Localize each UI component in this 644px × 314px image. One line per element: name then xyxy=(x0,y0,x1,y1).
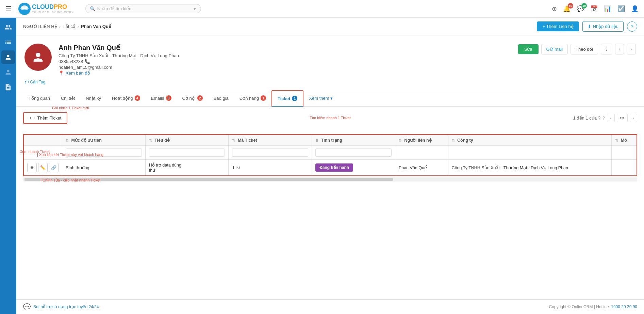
filter-status[interactable] xyxy=(312,146,395,160)
sidebar-item-deals[interactable] xyxy=(1,35,15,49)
messenger-text: Bot hỗ trợ sử dụng trực tuyến 24/24 xyxy=(33,304,99,309)
next-page-button[interactable]: › xyxy=(630,114,637,122)
pagination-text: 1 đến 1 của ? xyxy=(573,115,600,121)
filter-status-input[interactable] xyxy=(315,148,392,157)
tab-emails[interactable]: Emails 8 xyxy=(146,91,177,106)
row-actions: 👁 ✏️ 🔗 xyxy=(27,163,59,172)
plus-icon: + xyxy=(29,115,32,121)
search-placeholder: Nhập để tìm kiếm xyxy=(97,6,133,11)
row-status: Đang tiến hành xyxy=(312,160,395,176)
order-badge: 1 xyxy=(261,95,266,101)
map-pin-icon: 📍 xyxy=(59,70,64,76)
breadcrumb-mid[interactable]: Tất cả xyxy=(63,24,76,29)
next-contact-button[interactable]: › xyxy=(627,44,636,54)
ticket-pagination: 1 đến 1 của ? ? ‹ ••• › xyxy=(573,114,637,122)
tab-activity[interactable]: Hoạt động 4 xyxy=(106,91,146,106)
edit-ticket-button[interactable]: ✏️ xyxy=(38,163,48,172)
tab-journal[interactable]: Nhật ký xyxy=(80,91,106,106)
add-button[interactable]: ⊕ xyxy=(552,5,557,13)
tab-order[interactable]: Đơn hàng 1 xyxy=(234,91,271,106)
col-header-contact: ⇅ Người liên hệ xyxy=(395,135,448,146)
tab-details[interactable]: Chi tiết xyxy=(55,91,80,106)
follow-button[interactable]: Theo dõi xyxy=(571,44,598,54)
svg-point-3 xyxy=(24,7,29,10)
search-dropdown-icon: ▼ xyxy=(193,7,197,11)
tab-ticket[interactable]: Ticket 1 xyxy=(271,90,303,107)
ticket-badge: 1 xyxy=(292,96,297,101)
sort-priority-icon: ⇅ xyxy=(66,138,69,142)
hotline-link[interactable]: 1900 29 29 90 xyxy=(611,304,637,309)
prev-page-button[interactable]: ‹ xyxy=(607,114,614,122)
col-header-company: ⇅ Công ty xyxy=(448,135,612,146)
col-header-status: ⇅ Tình trạng xyxy=(312,135,395,146)
row-title: Hỗ trợ data dùngthử xyxy=(145,160,229,176)
sub-header-actions: + Thêm Liên hệ ⬇ Nhập dữ liệu ? xyxy=(537,21,637,32)
sidebar-item-contacts[interactable] xyxy=(1,20,15,34)
tabs-bar: Tổng quan Chi tiết Nhật ký Hoạt động 4 E… xyxy=(16,90,644,107)
analytics-button[interactable]: 📊 xyxy=(604,5,611,13)
sort-company-icon: ⇅ xyxy=(452,138,455,142)
breadcrumb-root[interactable]: NGƯỜI LIÊN HỆ xyxy=(23,24,57,29)
notifications-button[interactable]: 🔔 50 xyxy=(563,5,571,13)
import-data-button[interactable]: ⬇ Nhập dữ liệu xyxy=(582,21,624,32)
col-header-mo: ⇅ Mô xyxy=(612,135,637,146)
sidebar-item-users[interactable] xyxy=(1,65,15,79)
row-mo xyxy=(612,160,637,176)
logo: CLOUD PRO YOUR CRM. BY INDUSTRY. xyxy=(18,3,75,15)
col-header-title: ⇅ Tiêu đề xyxy=(145,135,229,146)
messenger-section[interactable]: 💬 Bot hỗ trợ sử dụng trực tuyến 24/24 xyxy=(23,303,99,311)
row-contact: Phan Văn Quế xyxy=(395,160,448,176)
deals-icon xyxy=(4,38,12,46)
copyright-section: Copyright © OnlineCRM | Hotline: 1900 29… xyxy=(549,304,637,309)
view-ticket-button[interactable]: 👁 xyxy=(27,163,37,172)
phone-text: 0385543238 xyxy=(59,59,83,64)
ticket-toolbar-left: + + Thêm Ticket xyxy=(23,112,67,124)
filter-title[interactable] xyxy=(145,146,229,160)
row-code: TT6 xyxy=(229,160,312,176)
documents-icon xyxy=(4,83,12,91)
breadcrumb: NGƯỜI LIÊN HỆ › Tất cả › Phan Văn Quế xyxy=(23,24,111,29)
avatar xyxy=(24,44,52,71)
tag-link[interactable]: 🏷 Gán Tag xyxy=(24,80,636,84)
add-contact-button[interactable]: + Thêm Liên hệ xyxy=(537,21,579,31)
profile-name: Anh Phan Văn Quế xyxy=(59,44,511,52)
search-bar[interactable]: 🔍 Nhập để tìm kiếm ▼ xyxy=(85,4,201,13)
hamburger-menu[interactable]: ☰ xyxy=(5,5,12,13)
filter-code-input[interactable] xyxy=(232,148,308,157)
filter-title-input[interactable] xyxy=(149,148,225,157)
tab-see-more[interactable]: Xem thêm ▾ xyxy=(303,91,338,106)
more-options-button[interactable]: ⋮ xyxy=(601,44,612,54)
edit-button[interactable]: Sửa xyxy=(518,44,539,54)
opportunity-badge: 2 xyxy=(197,95,203,101)
calendar-button[interactable]: 📅 xyxy=(590,5,598,13)
profile-map[interactable]: 📍 Xem bản đồ xyxy=(59,70,511,76)
logo-cloud: CLOUD xyxy=(32,4,54,11)
filter-code[interactable] xyxy=(229,146,312,160)
row-actions-cell: Xoá liên kết Ticket này với khách hàng C… xyxy=(23,160,62,176)
tasks-button[interactable]: ☑️ xyxy=(617,5,625,13)
content-area: NGƯỜI LIÊN HỆ › Tất cả › Phan Văn Quế + … xyxy=(16,18,644,314)
svg-point-2 xyxy=(20,7,24,10)
profile-button[interactable]: 👤 xyxy=(631,5,639,13)
logo-pro: PRO xyxy=(54,4,67,11)
tab-quote[interactable]: Báo giá xyxy=(208,91,234,106)
page-options-button[interactable]: ••• xyxy=(617,114,628,122)
add-ticket-button[interactable]: + + Thêm Ticket xyxy=(23,112,67,124)
send-email-button[interactable]: Gửi mail xyxy=(541,44,568,54)
tab-overview[interactable]: Tổng quan xyxy=(23,91,55,106)
tab-opportunity[interactable]: Cơ hội 2 xyxy=(177,91,208,106)
prev-contact-button[interactable]: ‹ xyxy=(615,44,624,54)
sidebar xyxy=(0,18,16,314)
users-icon xyxy=(4,68,12,76)
pagination-help: ? xyxy=(602,115,605,121)
sidebar-item-documents[interactable] xyxy=(1,80,15,94)
ticket-table: ⇅ Mức độ ưu tiên ⇅ Tiêu đề ⇅ Mã Ticket xyxy=(23,134,637,176)
contacts-icon xyxy=(4,23,12,31)
horizontal-scrollbar[interactable] xyxy=(23,177,637,182)
messenger-icon: 💬 xyxy=(23,303,31,311)
unlink-ticket-button[interactable]: 🔗 xyxy=(49,163,59,172)
help-button[interactable]: ? xyxy=(627,21,637,32)
chat-button[interactable]: 💬 10 xyxy=(577,5,584,13)
sidebar-item-leads[interactable] xyxy=(1,50,15,64)
xem-nhanh-annotation: Xem nhanh Ticket xyxy=(20,150,50,154)
